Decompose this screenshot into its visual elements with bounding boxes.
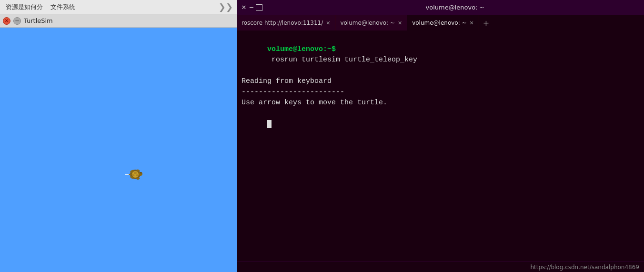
svg-point-4 — [132, 174, 135, 176]
terminal-output-3: Use arrow keys to move the turtle. — [242, 98, 639, 109]
terminal-minimize-button[interactable]: ─ — [248, 4, 255, 11]
footer-url: https://blog.csdn.net/sandalphon4869 — [530, 264, 639, 271]
turtlesim-menubar: 资源是如何分 文件系统 ❯❯ — [0, 0, 237, 14]
terminal-output-1: Reading from keyboard — [242, 76, 639, 87]
svg-point-6 — [139, 172, 142, 176]
svg-point-7 — [141, 172, 141, 173]
tab-roscore-close[interactable]: ✕ — [326, 20, 330, 26]
terminal-cursor — [267, 120, 272, 128]
terminal-title: volume@lenovo: ~ — [266, 4, 644, 11]
turtlesim-window: 资源是如何分 文件系统 ❯❯ ✕ ─ TurtleSim — [0, 0, 237, 272]
tab-volume2[interactable]: volume@lenovo: ~ ✕ — [407, 15, 479, 30]
terminal-cursor-line — [242, 109, 639, 141]
svg-point-5 — [136, 174, 139, 176]
tab-volume1-label: volume@lenovo: ~ — [340, 20, 394, 26]
tab-roscore-label: roscore http://lenovo:11311/ — [242, 20, 323, 26]
tab-roscore[interactable]: roscore http://lenovo:11311/ ✕ — [237, 15, 335, 30]
turtlesim-canvas — [0, 28, 237, 272]
svg-point-12 — [129, 174, 132, 175]
terminal-footer: https://blog.csdn.net/sandalphon4869 — [237, 262, 644, 272]
menu-resources[interactable]: 资源是如何分 — [2, 2, 47, 12]
terminal-command-line: volume@lenovo:~$ rosrun turtlesim turtle… — [242, 33, 639, 76]
terminal-window: ✕ ─ volume@lenovo: ~ roscore http://leno… — [237, 0, 644, 272]
turtle-sprite — [125, 166, 143, 183]
arrow-right-icon: ❯❯ — [219, 2, 233, 12]
tab-volume2-label: volume@lenovo: ~ — [412, 20, 466, 26]
terminal-close-button[interactable]: ✕ — [241, 4, 247, 11]
tab-volume1-close[interactable]: ✕ — [398, 20, 402, 26]
turtlesim-title: TurtleSim — [24, 17, 53, 24]
terminal-body[interactable]: volume@lenovo:~$ rosrun turtlesim turtle… — [237, 30, 644, 262]
menu-filesystem[interactable]: 文件系统 — [47, 2, 79, 12]
terminal-output-2: ------------------------ — [242, 87, 639, 98]
turtlesim-minimize-button[interactable]: ─ — [13, 17, 21, 25]
terminal-tabs: roscore http://lenovo:11311/ ✕ volume@le… — [237, 15, 644, 30]
terminal-maximize-button[interactable] — [256, 4, 262, 11]
tab-volume1[interactable]: volume@lenovo: ~ ✕ — [335, 15, 407, 30]
new-tab-button[interactable]: + — [479, 15, 493, 30]
svg-point-3 — [134, 172, 137, 174]
terminal-titlebar: ✕ ─ volume@lenovo: ~ — [237, 0, 644, 15]
terminal-prompt: volume@lenovo:~$ — [267, 45, 336, 53]
terminal-controls: ✕ ─ — [237, 0, 266, 15]
tab-volume2-close[interactable]: ✕ — [470, 20, 474, 26]
turtlesim-close-button[interactable]: ✕ — [3, 17, 10, 25]
turtlesim-titlebar: ✕ ─ TurtleSim — [0, 14, 237, 28]
terminal-command: rosrun turtlesim turtle_teleop_key — [267, 56, 417, 64]
